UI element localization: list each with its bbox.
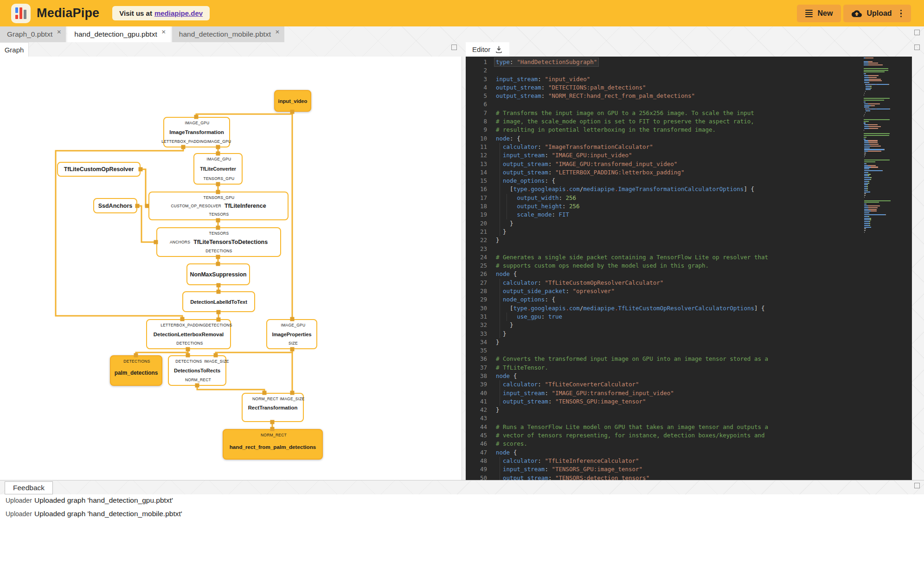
port-label: NORM_RECT — [252, 397, 278, 401]
port-label: IMAGE_GPU — [207, 157, 231, 161]
port-label: DETECTIONS — [205, 323, 232, 327]
close-icon[interactable]: ✕ — [57, 29, 61, 35]
feedback-bar: Feedback — [0, 480, 924, 494]
mediapipe-dev-link[interactable]: mediapipe.dev — [154, 9, 203, 17]
code-line: 35 — [466, 346, 912, 355]
code-line: 23 — [466, 245, 912, 253]
node-TfLiteInference[interactable]: TENSORS_GPUTENSORSCUSTOM_OP_RESOLVERTfLi… — [148, 192, 289, 220]
port-label: TENSORS_GPU — [204, 176, 235, 181]
node-title: TfLiteConverter — [200, 166, 236, 172]
visit-prefix: Visit us at — [119, 9, 152, 17]
code-line: 24# Generates a single side packet conta… — [466, 253, 912, 262]
code-line: 22} — [466, 236, 912, 244]
port-label: ANCHORS — [170, 240, 190, 244]
node-ImageTransformation[interactable]: IMAGE_GPULETTERBOX_PADDINGIMAGE_GPUImage… — [163, 117, 230, 147]
code-line: 40 input_stream: "IMAGE_GPU:transformed_… — [466, 389, 912, 397]
tab-graph[interactable]: Graph — [0, 42, 29, 57]
download-icon[interactable] — [495, 45, 503, 53]
port-label: LETTERBOX_PADDING — [161, 139, 207, 144]
code-line: 37# TfLiteTensor. — [466, 364, 912, 372]
code-line: 42} — [466, 406, 912, 414]
popout-top-icon[interactable] — [914, 30, 920, 35]
code-line: 48 calculator: "TfLiteInferenceCalculato… — [466, 457, 912, 465]
code-line: 13 output_stream: "IMAGE_GPU:transformed… — [466, 160, 912, 168]
node-SsdAnchors[interactable]: SsdAnchors — [93, 198, 137, 213]
port-label: IMAGE_GPU — [185, 121, 210, 125]
node-title: TfLiteTensorsToDetections — [193, 239, 268, 245]
new-button[interactable]: New — [797, 5, 841, 22]
upload-menu-kebab-icon[interactable] — [899, 9, 903, 18]
code-line: 29 node_options: { — [466, 295, 912, 304]
code-line: 8# image, the scale_mode option is set t… — [466, 117, 912, 126]
port-label: SIZE — [289, 341, 298, 346]
node-DetectionLetterboxRemoval[interactable]: LETTERBOX_PADDINGDETECTIONSDETECTIONSDet… — [146, 319, 231, 349]
code-line: 19 scale_mode: FIT — [466, 211, 912, 219]
code-line: 33 } — [466, 330, 912, 338]
code-line: 20 } — [466, 219, 912, 228]
code-line: 17 output_width: 256 — [466, 194, 912, 202]
node-TfLiteConverter[interactable]: IMAGE_GPUTENSORS_GPUTfLiteConverter — [193, 153, 243, 185]
file-tab-label: Graph_0.pbtxt — [7, 30, 52, 38]
code-line: 43 — [466, 414, 912, 422]
port-label: LETTERBOX_PADDING — [160, 323, 206, 327]
code-line: 36# Converts the transformed input image… — [466, 355, 912, 363]
node-ImageProperties[interactable]: IMAGE_GPUSIZEImageProperties — [266, 319, 317, 349]
node-hand_rect_from_palm_detections[interactable]: NORM_RECThand_rect_from_palm_detections — [223, 429, 323, 460]
popout-graph-icon[interactable] — [451, 45, 457, 50]
port-label: NORM_RECT — [185, 378, 211, 382]
tab-feedback[interactable]: Feedback — [5, 481, 53, 494]
code-line: 16 [type.googleapis.com/mediapipe.ImageT… — [466, 185, 912, 193]
node-DetectionLabelIdToText[interactable]: DetectionLabelIdToText — [182, 291, 255, 312]
editor-minimap[interactable] — [864, 58, 905, 235]
code-line: 30 [type.googleapis.com/mediapipe.TfLite… — [466, 304, 912, 313]
code-line: 7# Transforms the input image on GPU to … — [466, 109, 912, 117]
node-palm_detections[interactable]: DETECTIONSpalm_detections — [110, 355, 162, 386]
code-line: 47node { — [466, 448, 912, 457]
node-NonMaxSuppression[interactable]: NonMaxSuppression — [186, 263, 250, 285]
feedback-log: UploaderUploaded graph 'hand_detection_g… — [0, 494, 924, 576]
file-tab[interactable]: hand_detection_mobile.pbtxt✕ — [172, 26, 284, 42]
code-editor[interactable]: 1type: "HandDetectionSubgraph"23input_st… — [466, 57, 912, 480]
port-label: NORM_RECT — [261, 433, 287, 437]
code-line: 4output_stream: "DETECTIONS:palm_detecti… — [466, 83, 912, 92]
node-TfLiteCustomOpResolver[interactable]: TfLiteCustomOpResolver — [57, 162, 141, 177]
node-title: hand_rect_from_palm_detections — [230, 443, 316, 449]
node-RectTransformation[interactable]: NORM_RECTIMAGE_SIZERectTransformation — [242, 393, 304, 422]
file-tab-bar: Graph_0.pbtxt✕hand_detection_gpu.pbtxt✕h… — [0, 26, 284, 42]
code-line: 15 node_options: { — [466, 177, 912, 185]
feedback-source: Uploader — [6, 510, 34, 518]
code-line: 11 calculator: "ImageTransformationCalcu… — [466, 143, 912, 151]
code-line: 27 calculator: "TfLiteCustomOpResolverCa… — [466, 279, 912, 287]
new-list-icon — [805, 10, 813, 17]
mediapipe-logo-icon — [11, 4, 31, 23]
upload-button[interactable]: Upload — [843, 5, 911, 22]
code-line: 10node: { — [466, 134, 912, 143]
feedback-row: UploaderUploaded graph 'hand_detection_g… — [0, 496, 924, 510]
popout-editor-icon[interactable] — [914, 45, 920, 50]
cloud-upload-icon — [852, 10, 862, 17]
tab-editor[interactable]: Editor — [466, 42, 509, 57]
code-line: 32 } — [466, 321, 912, 329]
code-line: 26node { — [466, 270, 912, 278]
file-tab[interactable]: hand_detection_gpu.pbtxt✕ — [67, 26, 170, 42]
graph-canvas[interactable]: input_videoIMAGE_GPULETTERBOX_PADDINGIMA… — [0, 57, 462, 480]
code-line: 39 calculator: "TfLiteConverterCalculato… — [466, 380, 912, 389]
code-line: 9# resulting in potential letterboxing i… — [466, 126, 912, 134]
node-title: DetectionLetterboxRemoval — [154, 332, 224, 337]
code-line: 31 use_gpu: true — [466, 313, 912, 321]
port-label: DETECTIONS — [176, 341, 203, 346]
close-icon[interactable]: ✕ — [161, 29, 166, 35]
node-TfLiteTensorsToDetections[interactable]: TENSORSDETECTIONSANCHORSTfLiteTensorsToD… — [156, 227, 281, 257]
node-title: input_video — [278, 98, 308, 104]
node-title: ImageProperties — [272, 332, 311, 337]
node-title: NonMaxSuppression — [190, 271, 247, 278]
close-icon[interactable]: ✕ — [275, 29, 280, 35]
code-line: 38node { — [466, 372, 912, 380]
node-DetectionsToRects[interactable]: DETECTIONSIMAGE_SIZENORM_RECTDetectionsT… — [168, 355, 226, 386]
node-input_video[interactable]: input_video — [274, 90, 311, 112]
node-title: SsdAnchors — [98, 203, 133, 209]
code-line: 21 } — [466, 228, 912, 236]
popout-feedback-icon[interactable] — [914, 483, 920, 488]
file-tab-label: hand_detection_gpu.pbtxt — [74, 30, 157, 38]
file-tab[interactable]: Graph_0.pbtxt✕ — [0, 26, 66, 42]
